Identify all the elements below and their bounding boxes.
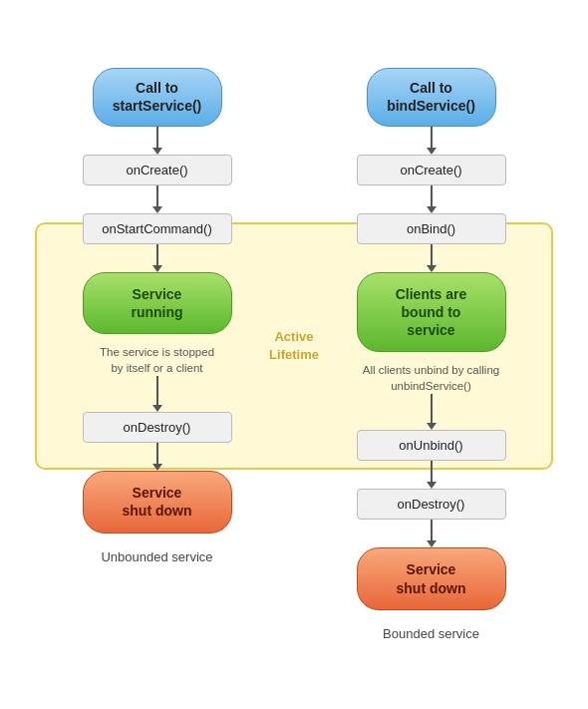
right-column: Call tobindService() onCreate() onBind()… [322,68,541,641]
right-column-label: Bounded service [383,626,479,641]
onstartcommand-node: onStartCommand() [83,213,232,244]
clients-bound-node: Clients arebound toservice [357,272,506,353]
arrow-4-right [427,394,437,430]
arrow-6-right [427,520,437,547]
oncreate-right: onCreate() [357,155,506,185]
arrow-1-left [152,127,162,155]
arrow-2-right [427,185,437,213]
arrow-line [156,127,158,148]
service-running-node: Servicerunning [83,272,232,334]
onunbind-node: onUnbind() [357,430,506,461]
diagram: ActiveLifetime Call to startService() on… [15,48,573,661]
bind-service-node: Call tobindService() [367,68,496,126]
ondestroy-left: onDestroy() [83,412,232,443]
left-column: Call to startService() onCreate() onStar… [48,68,267,563]
arrow-1-right [427,127,437,155]
arrow-4-left [152,376,162,412]
arrow-3-right [427,244,437,272]
left-column-label: Unbounded service [101,549,212,564]
unbind-note: All clients unbind by callingunbindServi… [352,362,511,394]
onbind-node: onBind() [357,213,506,244]
service-running-note: The service is stoppedby itself or a cli… [78,344,237,376]
arrow-3-left [152,244,162,272]
arrow-5-left [152,443,162,471]
columns: Call to startService() onCreate() onStar… [25,68,563,641]
start-service-node: Call to startService() [93,68,222,126]
arrow-2-left [152,185,162,213]
arrow-head [152,148,162,155]
ondestroy-right: onDestroy() [357,489,506,520]
oncreate-left: onCreate() [83,155,232,185]
arrow-5-right [427,461,437,489]
service-shutdown-left: Serviceshut down [83,471,232,532]
service-shutdown-right: Serviceshut down [357,547,506,609]
